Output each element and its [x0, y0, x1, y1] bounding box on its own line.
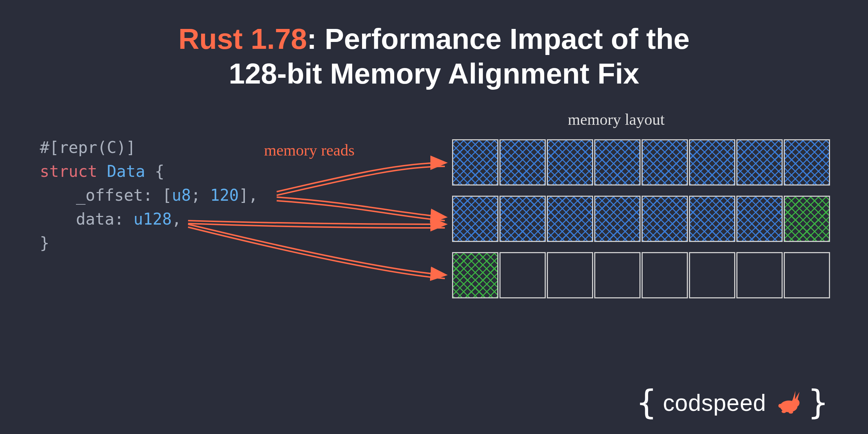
title-rest-1: : Performance Impact of the [307, 23, 690, 55]
memory-grid [452, 139, 830, 309]
brand-footer: { codspeed } [637, 386, 828, 420]
memory-cell-blue [499, 139, 546, 186]
code-struct-name: Data [107, 162, 145, 180]
brand-close-brace: } [808, 386, 828, 420]
code-attr: #[repr(C)] [40, 138, 136, 157]
memory-row [452, 196, 830, 242]
code-open-brace: { [145, 162, 164, 180]
memory-cell-empty [642, 252, 688, 298]
title-rest-2: 128-bit Memory Alignment Fix [229, 58, 639, 90]
code-snippet: #[repr(C)] struct Data { _offset: [u8; 1… [40, 136, 258, 255]
memory-cell-empty [547, 252, 593, 298]
svg-point-5 [778, 404, 782, 408]
memory-cell-green [784, 196, 830, 242]
memory-layout-label: memory layout [568, 110, 665, 129]
memory-cell-blue [452, 139, 498, 186]
code-field1-name: _offset [76, 186, 143, 204]
code-field2-name: data [76, 210, 114, 228]
page-title: Rust 1.78: Performance Impact of the 128… [0, 0, 868, 91]
memory-cell-empty [736, 252, 783, 298]
memory-cell-blue [452, 196, 498, 242]
title-accent: Rust 1.78 [178, 23, 307, 55]
memory-row [452, 252, 830, 298]
svg-point-4 [788, 411, 793, 414]
memory-cell-green [452, 252, 498, 298]
memory-cell-empty [689, 252, 735, 298]
brand-open-brace: { [637, 386, 656, 420]
memory-cell-blue [736, 196, 783, 242]
memory-cell-blue [547, 196, 593, 242]
memory-cell-blue [689, 196, 735, 242]
memory-cell-blue [736, 139, 783, 186]
memory-cell-empty [594, 252, 641, 298]
memory-cell-blue [689, 139, 735, 186]
code-struct-kw: struct [40, 162, 97, 180]
brand-name: codspeed [663, 390, 766, 416]
memory-cell-blue [642, 196, 688, 242]
rabbit-icon [773, 388, 802, 417]
memory-reads-label: memory reads [264, 141, 354, 159]
memory-cell-empty [499, 252, 546, 298]
memory-cell-blue [499, 196, 546, 242]
code-close-brace: } [40, 234, 50, 252]
memory-cell-blue [784, 139, 830, 186]
memory-cell-blue [594, 196, 641, 242]
memory-cell-blue [642, 139, 688, 186]
memory-cell-blue [547, 139, 593, 186]
memory-row [452, 139, 830, 186]
memory-cell-empty [784, 252, 830, 298]
memory-cell-blue [594, 139, 641, 186]
svg-point-3 [782, 410, 786, 413]
